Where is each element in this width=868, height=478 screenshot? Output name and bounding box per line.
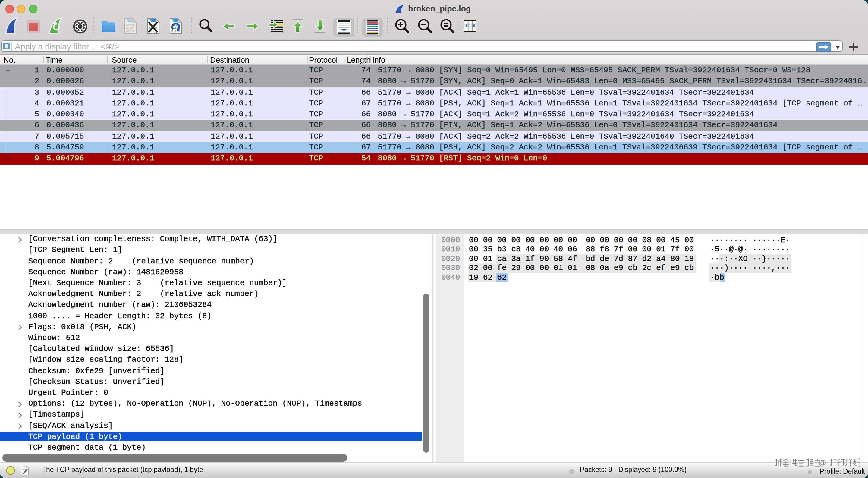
svg-text:01110: 01110 bbox=[126, 30, 135, 33]
